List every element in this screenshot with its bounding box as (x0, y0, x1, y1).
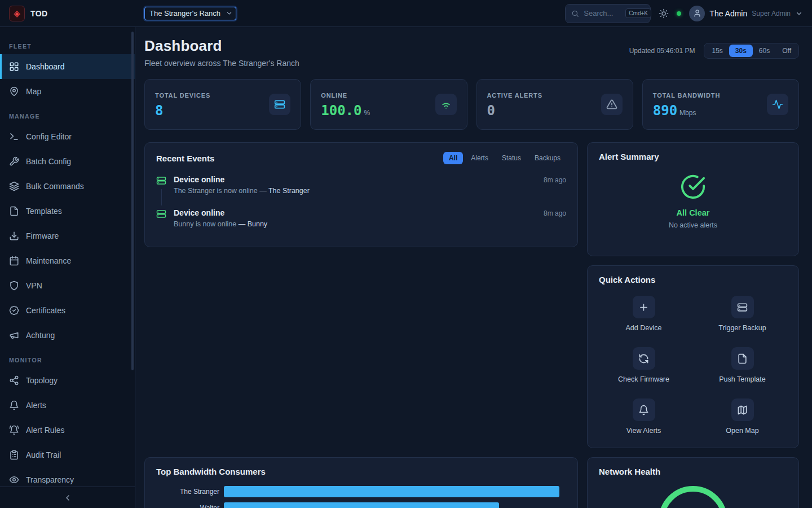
sidebar-item-label: Transparency (26, 475, 74, 484)
event-device: — The Stranger (259, 187, 310, 195)
activity-icon (767, 94, 788, 115)
sidebar-item-templates[interactable]: Templates (0, 199, 135, 224)
user-menu[interactable]: The Admin Super Admin (689, 6, 803, 21)
add-device-button[interactable]: Add Device (599, 296, 689, 332)
terminal-icon (9, 132, 19, 142)
sidebar-scrollbar[interactable] (131, 32, 134, 370)
filter-status[interactable]: Status (496, 152, 527, 164)
sidebar-item-label: Audit Trail (26, 450, 61, 459)
sidebar-item-audit-trail[interactable]: Audit Trail (0, 443, 135, 467)
badge-check-icon (9, 305, 19, 316)
alert-status-text: All Clear (677, 208, 710, 217)
stat-value: 890 (653, 103, 677, 119)
brand-name: TOD (30, 9, 48, 18)
bar-label: Walter (156, 504, 219, 508)
page-subtitle: Fleet overview across The Stranger's Ran… (144, 59, 299, 68)
refresh-interval-15s[interactable]: 15s (705, 45, 729, 57)
sidebar-item-maintenance[interactable]: Maintenance (0, 248, 135, 273)
sidebar-item-label: Map (26, 87, 41, 96)
network-health-title: Network Health (599, 467, 660, 476)
sidebar-item-alerts[interactable]: Alerts (0, 393, 135, 418)
recent-events-card: Recent Events All Alerts Status Backups … (144, 142, 578, 247)
stat-value: 0 (487, 103, 495, 119)
sidebar-section-fleet: FLEET (0, 34, 135, 54)
stat-label: ONLINE (321, 92, 370, 99)
sidebar-item-vpn[interactable]: VPN (0, 273, 135, 298)
bar-row: The Stranger (156, 486, 566, 497)
sidebar-item-bulk-commands[interactable]: Bulk Commands (0, 174, 135, 199)
check-circle-icon (680, 174, 706, 202)
view-alerts-button[interactable]: View Alerts (599, 398, 689, 435)
sidebar-item-config-editor[interactable]: Config Editor (0, 124, 135, 149)
event-title: Device online (174, 208, 536, 217)
layers-icon (9, 181, 19, 191)
refresh-interval-60s[interactable]: 60s (753, 45, 776, 57)
bandwidth-bars: The Stranger Walter (156, 486, 566, 508)
alert-triangle-icon (601, 94, 623, 115)
shield-icon (9, 281, 19, 291)
fleet-selector[interactable]: The Stranger's Ranch (144, 7, 236, 20)
brand: ◈ TOD (0, 6, 135, 21)
sidebar-item-firmware[interactable]: Firmware (0, 224, 135, 248)
sidebar-item-label: VPN (26, 281, 42, 290)
sidebar-item-label: Batch Config (26, 157, 71, 166)
push-template-button[interactable]: Push Template (698, 347, 787, 383)
filter-backups[interactable]: Backups (529, 152, 566, 164)
refresh-icon (633, 347, 655, 370)
chevron-down-icon (795, 10, 803, 17)
search-input[interactable] (584, 9, 621, 17)
server-icon (156, 176, 166, 195)
quick-actions-title: Quick Actions (599, 275, 655, 284)
network-health-gauge (659, 486, 727, 508)
bar-label: The Stranger (156, 488, 219, 496)
sidebar-item-label: Achtung (26, 331, 55, 340)
refresh-interval-off[interactable]: Off (776, 45, 797, 57)
topology-nodes-icon (9, 375, 19, 386)
trigger-backup-button[interactable]: Trigger Backup (698, 296, 787, 332)
refresh-interval-30s[interactable]: 30s (729, 45, 753, 57)
filter-all[interactable]: All (443, 152, 463, 164)
sidebar-item-alert-rules[interactable]: Alert Rules (0, 418, 135, 443)
sidebar-item-label: Bulk Commands (26, 182, 84, 191)
event-time: 8m ago (544, 209, 566, 228)
wifi-icon (435, 94, 457, 115)
sidebar-item-topology[interactable]: Topology (0, 368, 135, 393)
sidebar-item-label: Alert Rules (26, 426, 64, 435)
stat-unit: Mbps (679, 109, 696, 117)
sidebar-item-achtung[interactable]: Achtung (0, 323, 135, 348)
stat-total-bandwidth: TOTAL BANDWIDTH 890Mbps (642, 79, 799, 130)
check-firmware-button[interactable]: Check Firmware (599, 347, 689, 383)
sidebar-item-label: Config Editor (26, 132, 72, 141)
filter-alerts[interactable]: Alerts (465, 152, 494, 164)
sidebar-item-label: Certificates (26, 306, 65, 315)
stat-label: TOTAL BANDWIDTH (653, 92, 721, 99)
bell-icon (633, 398, 655, 421)
theme-toggle-button[interactable] (659, 8, 669, 19)
alert-summary-card: Alert Summary All Clear No active alerts (587, 142, 799, 256)
sidebar-section-manage: MANAGE (0, 104, 135, 124)
sidebar-item-batch-config[interactable]: Batch Config (0, 149, 135, 174)
user-name: The Admin (709, 9, 747, 18)
dashboard-grid-icon (9, 62, 19, 72)
sidebar-item-label: Topology (26, 376, 58, 385)
wrench-icon (9, 156, 19, 167)
app-logo-icon: ◈ (9, 6, 25, 21)
sidebar-item-map[interactable]: Map (0, 79, 135, 104)
event-description: The Stranger is now online (174, 187, 258, 195)
event-row: Device online Bunny is now online — Bunn… (156, 204, 566, 238)
event-title: Device online (174, 175, 536, 184)
search-box[interactable]: Cmd+K (565, 4, 651, 23)
open-map-button[interactable]: Open Map (698, 398, 787, 435)
calendar-icon (9, 256, 19, 266)
map-icon (731, 398, 754, 421)
sidebar-item-dashboard[interactable]: Dashboard (0, 54, 135, 79)
sidebar-collapse-button[interactable] (0, 487, 135, 508)
sidebar: FLEET Dashboard Map MANAGE Config Editor… (0, 27, 135, 508)
quick-action-label: Trigger Backup (718, 324, 766, 332)
bandwidth-chart-card: Top Bandwidth Consumers The Stranger Wal… (144, 457, 578, 508)
fleet-select[interactable]: The Stranger's Ranch (144, 7, 236, 20)
user-role: Super Admin (752, 10, 791, 17)
megaphone-icon (9, 330, 19, 340)
sidebar-item-certificates[interactable]: Certificates (0, 298, 135, 323)
server-icon (731, 296, 754, 318)
